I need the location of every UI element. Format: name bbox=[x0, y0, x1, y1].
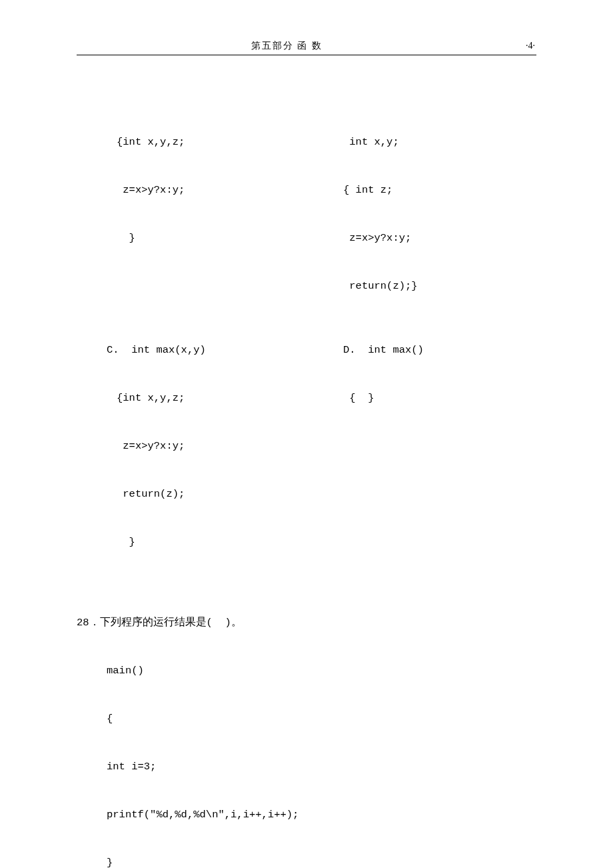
q27-opt-d: D. int max() bbox=[343, 342, 424, 358]
page-number: ·4· bbox=[495, 41, 535, 51]
q27-b-line1: int x,y; bbox=[343, 134, 399, 150]
q27-row3: } z=x>y?x:y; bbox=[77, 230, 536, 246]
page-header: 第五部分 函 数 ·4· bbox=[77, 40, 536, 55]
q27-a-line3: } bbox=[77, 230, 343, 246]
q27-b-line3: z=x>y?x:y; bbox=[343, 230, 411, 246]
q27-c-line3: return(z); bbox=[77, 486, 536, 502]
q27-c-line1: {int x,y,z; bbox=[77, 390, 343, 406]
q28-stem: 28．下列程序的运行结果是( )。 bbox=[77, 615, 536, 631]
header-title: 第五部分 函 数 bbox=[78, 40, 495, 52]
content: {int x,y,z; int x,y; z=x>y?x:y; { int z;… bbox=[77, 70, 536, 868]
q27-row4: return(z);} bbox=[77, 278, 536, 294]
q27-row1: {int x,y,z; int x,y; bbox=[77, 134, 536, 150]
q27-a-line1: {int x,y,z; bbox=[77, 134, 343, 150]
page: 第五部分 函 数 ·4· {int x,y,z; int x,y; z=x>y?… bbox=[0, 0, 613, 868]
q27-row-cd1: {int x,y,z; { } bbox=[77, 390, 536, 406]
q27-d-line1: { } bbox=[343, 390, 374, 406]
q27-row2: z=x>y?x:y; { int z; bbox=[77, 182, 536, 198]
q27-b-line4: return(z);} bbox=[343, 278, 418, 294]
q28-code-1: { bbox=[77, 711, 536, 727]
q28-code-3: printf("%d,%d,%d\n",i,i++,i++); bbox=[77, 807, 536, 823]
q28-code-2: int i=3; bbox=[77, 759, 536, 775]
q28-code-0: main() bbox=[77, 663, 536, 679]
q27-a-empty bbox=[77, 278, 343, 294]
q28-text: 下列程序的运行结果是( )。 bbox=[100, 617, 242, 629]
q28-num: 28． bbox=[77, 617, 100, 629]
q27-opt-c: C. int max(x,y) bbox=[77, 342, 343, 358]
q27-c-line2: z=x>y?x:y; bbox=[77, 438, 536, 454]
q27-a-line2: z=x>y?x:y; bbox=[77, 182, 343, 198]
q27-row-cd: C. int max(x,y) D. int max() bbox=[77, 342, 536, 358]
q27-c-line4: } bbox=[77, 534, 536, 550]
q28-code-4: } bbox=[77, 855, 536, 868]
q27-b-line2: { int z; bbox=[343, 182, 392, 198]
header-rule bbox=[77, 55, 536, 55]
